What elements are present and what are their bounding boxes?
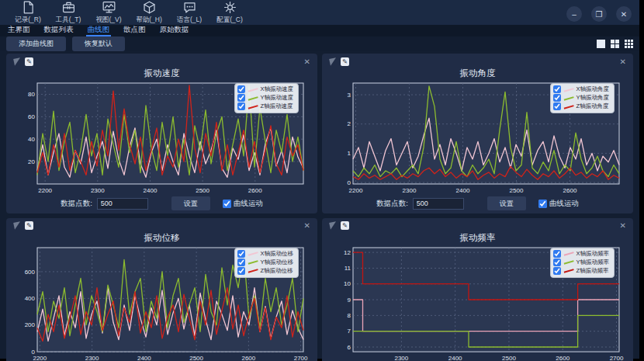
svg-text:2600: 2600	[556, 355, 570, 361]
layout-grid-3x3-icon[interactable]	[625, 40, 633, 48]
svg-text:2300: 2300	[403, 187, 417, 194]
chart-title: 振动频率	[327, 232, 628, 244]
legend-checkbox-y[interactable]	[553, 94, 561, 102]
edit-icon[interactable]: ✎	[25, 57, 33, 66]
reset-default-button[interactable]: 恢复默认	[72, 36, 125, 51]
tab-main[interactable]: 主界面	[6, 25, 32, 36]
legend-checkbox-z[interactable]	[237, 267, 245, 275]
legend-checkbox-y[interactable]	[553, 259, 561, 266]
points-input[interactable]	[413, 198, 464, 210]
tab-raw-data[interactable]: 原始数据	[158, 25, 191, 36]
panel-grid: ✎ ✕ 振动速度 2200230024002500260020406080 X轴…	[0, 51, 639, 361]
svg-text:2500: 2500	[502, 355, 516, 361]
toolbar-item-label: 语言(_L)	[177, 16, 202, 25]
svg-text:600: 600	[25, 269, 36, 276]
edit-icon[interactable]: ✎	[341, 221, 349, 230]
legend-label: X轴振动位移	[260, 250, 293, 258]
legend-checkbox-z[interactable]	[237, 102, 245, 110]
panel-close-icon[interactable]: ✕	[618, 57, 628, 66]
maximize-button[interactable]: ❐	[591, 6, 607, 22]
legend-checkbox-z[interactable]	[553, 267, 561, 275]
panel-close-icon[interactable]: ✕	[618, 221, 628, 230]
svg-text:20: 20	[28, 158, 35, 165]
edit-icon[interactable]: ✎	[25, 221, 33, 230]
points-label: 数据点数:	[61, 199, 92, 209]
svg-text:2: 2	[348, 120, 351, 127]
legend-checkbox-x[interactable]	[237, 250, 245, 258]
legend-checkbox-y[interactable]	[237, 259, 245, 266]
svg-text:2400: 2400	[456, 187, 470, 194]
svg-text:2600: 2600	[241, 355, 255, 361]
legend-label: X轴振动频率	[576, 250, 609, 258]
window-controls: – ❐ ✕	[566, 6, 632, 22]
toolbar-item-tools[interactable]: 工具(_T)	[48, 0, 88, 25]
svg-text:12: 12	[344, 249, 351, 256]
panel-close-icon[interactable]: ✕	[302, 221, 313, 230]
tab-data-list[interactable]: 数据列表	[43, 25, 75, 36]
file-icon	[21, 0, 36, 15]
svg-text:400: 400	[25, 295, 36, 302]
toolbar-item-label: 帮助(_H)	[136, 16, 162, 25]
points-input[interactable]	[97, 198, 148, 210]
legend-line-sample	[248, 248, 258, 256]
tab-curve-chart[interactable]: 曲线图	[86, 25, 112, 36]
toolbar-item-help[interactable]: 帮助(_H)	[129, 0, 169, 25]
legend-line-sample	[248, 92, 258, 100]
legend-label: Z轴振动角度	[576, 102, 608, 110]
settings-button[interactable]: 设置	[171, 196, 210, 210]
chart-legend: X轴振动速度 Y轴振动速度 Z轴振动速度	[234, 83, 299, 113]
toolbar: 记录(_R) 工具(_T) 视图(_V) 帮助(_H) 语言(_L) 配置(_C…	[0, 0, 639, 25]
svg-text:0: 0	[348, 179, 351, 186]
svg-text:2300: 2300	[91, 187, 105, 194]
close-button[interactable]: ✕	[616, 6, 632, 22]
svg-text:6: 6	[348, 344, 351, 351]
toolbar-item-language[interactable]: 语言(_L)	[169, 0, 209, 25]
pin-triangle-icon[interactable]	[13, 222, 22, 231]
chart-legend: X轴振动频率 Y轴振动频率 Z轴振动频率	[550, 248, 615, 278]
legend-label: Z轴振动速度	[260, 102, 293, 110]
action-bar: 添加曲线图 恢复默认	[0, 36, 639, 51]
legend-line-sample	[248, 101, 258, 109]
toolbar-item-view[interactable]: 视图(_V)	[88, 0, 129, 25]
tab-scatter-chart[interactable]: 散点图	[122, 25, 147, 36]
pin-triangle-icon[interactable]	[329, 57, 338, 66]
app-window: 记录(_R) 工具(_T) 视图(_V) 帮助(_H) 语言(_L) 配置(_C…	[0, 0, 639, 359]
legend-checkbox-y[interactable]	[237, 94, 245, 102]
legend-line-sample	[563, 84, 574, 92]
edit-icon[interactable]: ✎	[341, 57, 349, 66]
svg-text:7: 7	[348, 328, 351, 335]
chart-title: 振动速度	[11, 68, 313, 79]
pin-triangle-icon[interactable]	[13, 57, 22, 66]
toolbox-icon	[61, 0, 76, 15]
legend-checkbox-x[interactable]	[553, 85, 561, 93]
layout-switcher	[597, 40, 633, 48]
pin-triangle-icon[interactable]	[329, 222, 338, 231]
svg-text:1: 1	[348, 150, 351, 157]
legend-line-sample	[563, 248, 574, 256]
layout-grid-2x2-icon[interactable]	[611, 40, 619, 48]
svg-text:2400: 2400	[137, 355, 151, 361]
curve-motion-checkbox[interactable]	[538, 200, 547, 208]
tab-bar: 主界面 数据列表 曲线图 散点图 原始数据	[0, 25, 639, 36]
toolbar-item-label: 视图(_V)	[95, 16, 121, 25]
legend-checkbox-z[interactable]	[553, 102, 561, 110]
legend-line-sample	[248, 257, 258, 265]
toolbar-item-label: 记录(_R)	[15, 16, 41, 25]
minimize-button[interactable]: –	[566, 6, 582, 22]
add-curve-button[interactable]: 添加曲线图	[6, 36, 66, 51]
settings-button[interactable]: 设置	[487, 196, 526, 210]
legend-line-sample	[248, 266, 258, 273]
layout-single-icon[interactable]	[597, 40, 605, 48]
panel-vibration-angle: ✎ ✕ 振动角度 220023002400250026000123 X轴振动角度…	[322, 54, 633, 213]
svg-text:2200: 2200	[33, 355, 47, 361]
panel-close-icon[interactable]: ✕	[302, 57, 313, 66]
toolbar-item-config[interactable]: 配置(_C)	[209, 0, 250, 25]
legend-checkbox-x[interactable]	[553, 250, 561, 258]
svg-text:2500: 2500	[196, 187, 209, 194]
svg-text:2600: 2600	[563, 187, 577, 194]
legend-label: Y轴振动位移	[260, 259, 293, 266]
toolbar-item-record[interactable]: 记录(_R)	[8, 0, 48, 25]
legend-checkbox-x[interactable]	[237, 85, 245, 93]
chart-title: 振动角度	[327, 68, 628, 79]
curve-motion-checkbox[interactable]	[223, 200, 231, 208]
